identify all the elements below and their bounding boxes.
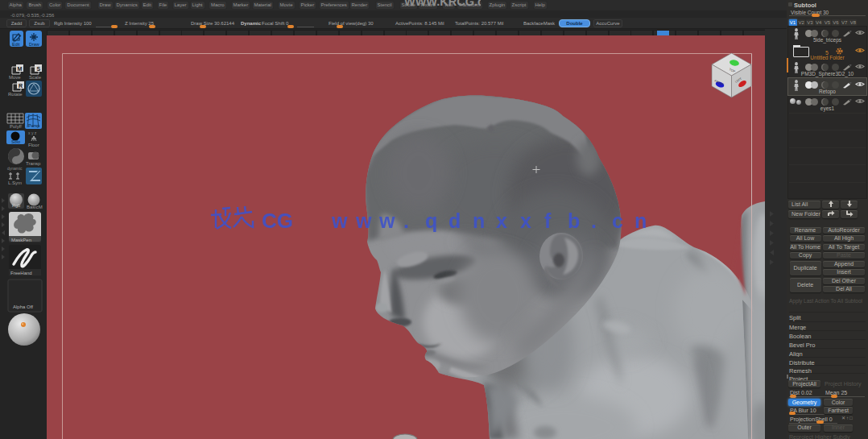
svg-text:MaskPen: MaskPen [11, 238, 31, 242]
svg-text:Rgb: Rgb [12, 203, 20, 208]
svg-text:Persp: Persp [28, 123, 39, 128]
svg-text:Solo: Solo [11, 139, 20, 144]
svg-text:x y z: x y z [28, 130, 37, 135]
svg-text:R: R [19, 83, 23, 89]
svg-text:PolyF: PolyF [10, 124, 23, 129]
svg-text:dynamic: dynamic [7, 166, 23, 171]
svg-text:CG: CG [262, 209, 293, 233]
svg-text:BasicM: BasicM [27, 205, 43, 209]
svg-text:FreeHand: FreeHand [10, 271, 32, 275]
svg-text:M: M [18, 66, 23, 72]
svg-text:Floor: Floor [28, 143, 39, 147]
svg-text:L.Sym: L.Sym [8, 180, 22, 185]
svg-text:Edit: Edit [12, 42, 20, 47]
svg-text:S: S [37, 66, 41, 72]
svg-text:Transp: Transp [26, 161, 41, 166]
svg-text:Draw: Draw [29, 42, 39, 47]
svg-text:Scale: Scale [29, 75, 42, 80]
svg-text:Move: Move [9, 75, 21, 80]
svg-text:Alpha Off: Alpha Off [13, 304, 33, 309]
svg-text:Rotate: Rotate [8, 92, 23, 97]
